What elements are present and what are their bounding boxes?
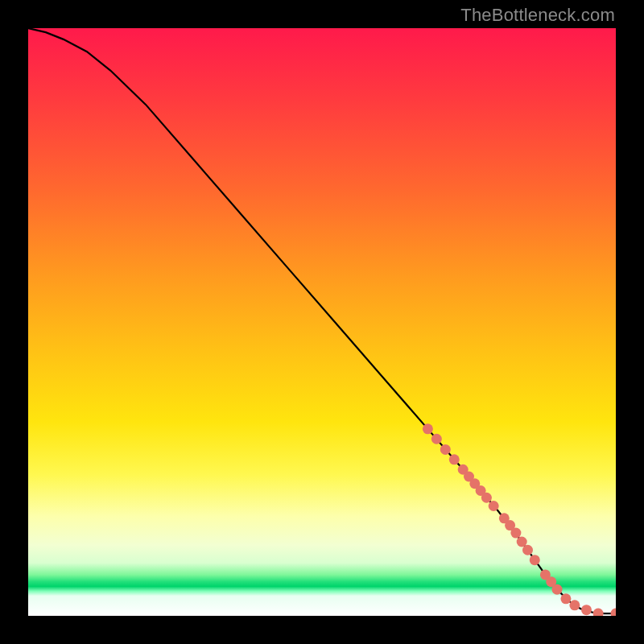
curve-marker <box>423 423 433 434</box>
curve-marker <box>522 545 533 555</box>
curve-marker <box>560 593 571 604</box>
curve-marker <box>481 493 492 503</box>
curve-marker <box>489 501 499 511</box>
plot-area <box>28 28 616 616</box>
curve-marker <box>469 478 480 489</box>
curve-marker <box>431 434 442 444</box>
curve-marker <box>530 555 540 565</box>
curve-marker <box>611 609 617 616</box>
curve-marker <box>476 485 486 496</box>
curve-marker <box>546 576 556 587</box>
curve-marker <box>552 584 563 595</box>
curve-marker <box>440 444 451 455</box>
curve-marker <box>581 605 592 615</box>
curve-marker <box>517 537 527 547</box>
curve-marker <box>499 513 510 523</box>
chart-stage: TheBottleneck.com <box>0 0 644 644</box>
curve-marker <box>593 609 604 616</box>
curve-marker <box>540 569 551 580</box>
curve-layer <box>28 28 616 616</box>
curve-marker <box>464 471 474 481</box>
main-curve <box>28 28 616 613</box>
watermark-text: TheBottleneck.com <box>460 5 615 26</box>
curve-marker <box>449 454 460 464</box>
curve-marker <box>505 520 515 530</box>
curve-markers <box>423 423 616 616</box>
curve-marker <box>569 600 580 610</box>
curve-marker <box>510 528 521 539</box>
curve-marker <box>458 464 469 475</box>
